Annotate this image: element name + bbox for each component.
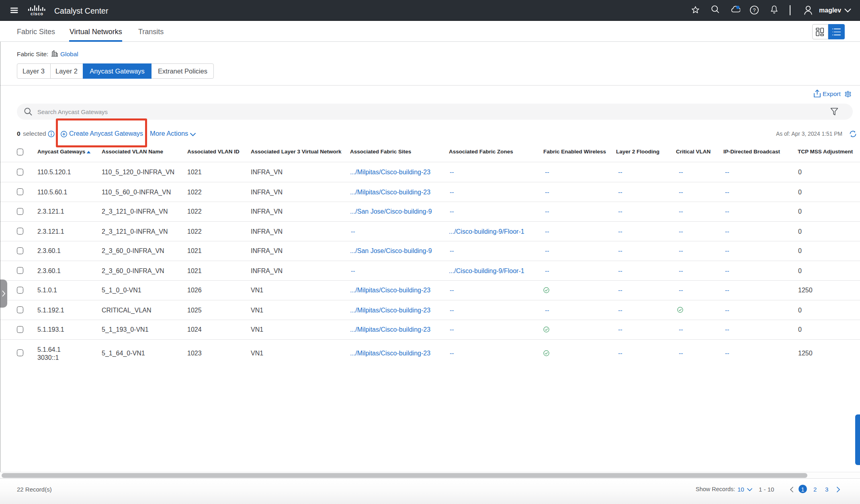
svg-text:?: ?: [753, 8, 756, 13]
